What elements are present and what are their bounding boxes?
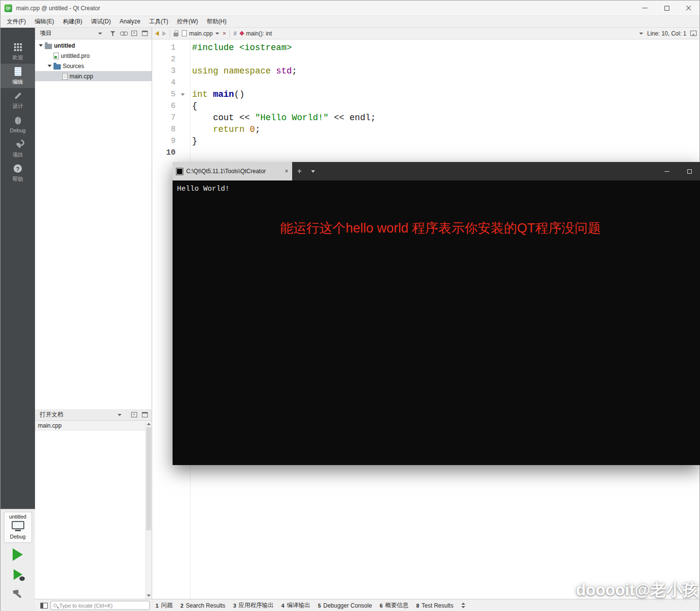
output-pane-5[interactable]: 5Debugger Console <box>314 599 376 611</box>
scrollbar-thumb[interactable] <box>146 427 151 530</box>
tree-item-untitled[interactable]: untitled <box>35 40 152 51</box>
chevron-down-icon <box>215 33 219 35</box>
open-documents-panel: 打开文档 main.cpp <box>35 409 152 599</box>
console-tab-close-button[interactable]: × <box>285 168 288 175</box>
navigate-back-button[interactable] <box>155 31 159 36</box>
output-pane-8[interactable]: 8Test Results <box>412 599 457 611</box>
console-maximize-button[interactable] <box>678 162 700 180</box>
code-text: } <box>190 135 197 147</box>
split-pane-button[interactable] <box>129 410 140 420</box>
maximize-button[interactable] <box>656 0 678 16</box>
mode-item-debug[interactable]: Debug <box>0 112 35 137</box>
menu-item--f-[interactable]: 文件(F) <box>2 16 30 27</box>
document-icon <box>15 67 21 76</box>
line-number: 9 <box>152 135 175 147</box>
scroll-up-arrow[interactable] <box>146 421 152 427</box>
filter-button[interactable] <box>107 29 118 38</box>
output-pane-4[interactable]: 4编译输出 <box>278 599 314 611</box>
opendocs-pane-selector[interactable]: 打开文档 <box>38 410 123 420</box>
window-controls <box>634 0 700 16</box>
sync-with-editor-button[interactable] <box>118 29 129 38</box>
menu-item--d-[interactable]: 调试(D) <box>87 16 115 27</box>
close-document-button[interactable]: × <box>223 30 227 36</box>
opendocs-scrollbar[interactable] <box>145 421 152 599</box>
kit-project-label: untitled <box>9 514 26 520</box>
mode-item-design[interactable]: 设计 <box>0 88 35 112</box>
window-title: main.cpp @ untitled - Qt Creator <box>16 5 100 12</box>
new-tab-button[interactable]: + <box>292 162 307 180</box>
build-button[interactable] <box>7 586 29 603</box>
mode-item-welcome[interactable]: 欢迎 <box>0 39 35 64</box>
code-line: 10 <box>152 147 700 159</box>
help-icon <box>14 164 22 173</box>
mode-list: 欢迎编辑设计Debug项目帮助 <box>0 28 35 185</box>
split-add-icon <box>131 31 137 36</box>
mode-item-projects[interactable]: 项目 <box>0 137 35 161</box>
projects-pane-selector[interactable]: 项目 <box>38 29 104 38</box>
fold-marker[interactable] <box>175 89 190 100</box>
kit-selector-button[interactable]: untitled Debug <box>4 512 32 543</box>
chevron-down-icon <box>461 606 465 608</box>
toolbar-right: Line: 10, Col: 1 <box>639 30 697 37</box>
close-pane-button[interactable] <box>140 410 150 420</box>
pane-window-icon <box>142 31 148 36</box>
expander-icon[interactable] <box>38 44 44 47</box>
mode-label: Debug <box>10 127 25 133</box>
tree-item-main-cpp[interactable]: main.cpp <box>35 71 152 81</box>
minimize-button[interactable] <box>634 0 656 16</box>
menu-item-analyze[interactable]: Analyze <box>115 16 145 27</box>
split-editor-button[interactable] <box>690 31 697 36</box>
open-file-dropdown[interactable]: main.cpp <box>182 30 219 37</box>
console-content[interactable]: Hello World! 能运行这个hello world 程序表示你安装的QT… <box>173 180 700 465</box>
menu-item--b-[interactable]: 构建(B) <box>58 16 87 27</box>
fold-marker <box>175 77 190 89</box>
close-pane-button[interactable] <box>140 29 150 38</box>
toggle-sidebar-button[interactable] <box>38 599 50 611</box>
fold-marker <box>175 42 190 54</box>
cpp-file-icon <box>62 73 68 80</box>
minimize-icon <box>642 8 648 8</box>
output-pane-1[interactable]: 1问题 <box>152 599 176 611</box>
tab-menu-button[interactable] <box>307 162 319 180</box>
mode-item-edit[interactable]: 编辑 <box>0 64 35 88</box>
projects-panel: 项目 untitleduntitled.proSourcesmain.cpp <box>35 28 152 409</box>
console-tab[interactable]: C:\Qt\Qt5.11.1\Tools\QtCreator × <box>173 162 292 180</box>
kit-config-label: Debug <box>10 534 25 539</box>
wrench-icon <box>14 140 22 149</box>
code-line: 4 <box>152 77 700 89</box>
close-button[interactable] <box>678 0 700 16</box>
line-number: 8 <box>152 124 175 135</box>
scroll-down-arrow[interactable] <box>146 593 152 599</box>
symbol-dropdown[interactable]: main(): int <box>240 30 272 37</box>
project-tree: untitleduntitled.proSourcesmain.cpp <box>35 39 152 409</box>
split-pane-button[interactable] <box>129 29 140 38</box>
output-pane-3[interactable]: 3应用程序输出 <box>229 599 278 611</box>
output-pane-toggle[interactable] <box>461 603 465 608</box>
locator-input[interactable] <box>59 603 147 609</box>
split-add-icon <box>131 412 137 417</box>
editor-toolbar: main.cpp × # main(): int Line: 10, Col <box>152 28 700 39</box>
menu-item--h-[interactable]: 帮助(H) <box>202 16 231 27</box>
mode-label: 欢迎 <box>13 54 23 61</box>
menu-item--e-[interactable]: 编辑(E) <box>30 16 58 27</box>
output-pane-2[interactable]: 2Search Results <box>176 599 229 611</box>
navigate-forward-button[interactable] <box>162 31 166 36</box>
menu-item--t-[interactable]: 工具(T) <box>145 16 173 27</box>
watermark: dooooit@老小孩 <box>576 579 699 601</box>
code-text: return 0; <box>190 124 260 135</box>
debug-run-button[interactable] <box>7 566 29 583</box>
toolbar-separator <box>229 30 230 37</box>
menu-item--w-[interactable]: 控件(W) <box>173 16 202 27</box>
console-titlebar[interactable]: C:\Qt\Qt5.11.1\Tools\QtCreator × + <box>173 162 700 180</box>
tree-label: untitled <box>54 42 75 49</box>
chevron-down-icon[interactable] <box>639 33 643 35</box>
tree-item-untitled-pro[interactable]: untitled.pro <box>35 51 152 61</box>
mode-item-help[interactable]: 帮助 <box>0 161 35 185</box>
mode-label: 设计 <box>13 103 23 110</box>
expander-icon[interactable] <box>47 65 52 67</box>
tree-item-sources[interactable]: Sources <box>35 61 152 71</box>
output-pane-6[interactable]: 6概要信息 <box>376 599 412 611</box>
open-doc-item-main-cpp[interactable]: main.cpp <box>35 421 152 431</box>
run-button[interactable] <box>7 546 29 563</box>
console-minimize-button[interactable] <box>656 162 678 180</box>
